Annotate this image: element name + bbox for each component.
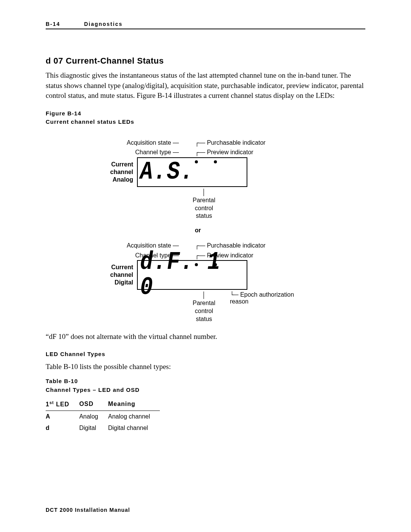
table-row: A Analog Analog channel — [46, 411, 160, 422]
or-separator: or — [91, 227, 304, 234]
side-label-digital: Current channel Digital — [91, 264, 137, 286]
callout-acquisition-state: Acquisition state — [127, 139, 171, 146]
callout-channel-type: Channel type — [135, 149, 171, 155]
col-osd: OSD — [79, 398, 108, 411]
callout-preview: Preview indicator — [207, 149, 253, 155]
table-label: Table B-10 Channel Types – LED and OSD — [46, 377, 365, 394]
table-number: Table B-10 — [46, 378, 78, 384]
figure-diagram: Acquisition state — Channel type — ┌— Pu… — [91, 138, 304, 323]
col-meaning: Meaning — [108, 398, 160, 411]
indicator-dot-icon — [214, 160, 217, 163]
subsection-heading: LED Channel Types — [46, 350, 365, 359]
note-paragraph: “dF 10” does not alternate with the virt… — [46, 332, 365, 342]
callout-purchasable: Purchasable indicator — [207, 139, 266, 146]
section-title: d 07 Current-Channel Status — [46, 56, 365, 66]
footer-text: DCT 2000 Installation Manual — [46, 507, 130, 513]
subsection-intro: Table B-10 lists the possible channel ty… — [46, 362, 365, 372]
side-label-analog: Current channel Analog — [91, 161, 137, 184]
table-caption: Channel Types – LED and OSD — [46, 387, 140, 393]
indicator-dot-icon — [195, 160, 198, 163]
channel-types-table: 1st LED OSD Meaning A Analog Analog chan… — [46, 398, 160, 433]
intro-paragraph: This diagnostic gives the instantaneous … — [46, 70, 365, 101]
figure-caption: Current channel status LEDs — [46, 118, 134, 125]
running-header: B-14 Diagnostics — [46, 21, 365, 29]
callout-epoch: └─ Epoch authorization reason — [227, 290, 304, 323]
led-readout-analog: A.S. — [140, 160, 194, 185]
table-row: d Digital Digital channel — [46, 422, 160, 434]
led-display-digital: d.F. 1 0 — [137, 260, 247, 290]
col-led: 1st LED — [46, 398, 79, 411]
led-readout-digital: d.F. 1 0 — [140, 250, 231, 300]
figure-label: Figure B-14 Current channel status LEDs — [46, 109, 365, 126]
page-number: B-14 — [46, 21, 82, 27]
header-section: Diagnostics — [84, 21, 123, 27]
figure-number: Figure B-14 — [46, 110, 81, 117]
led-display-analog: A.S. — [137, 157, 247, 187]
callout-parental: │ Parental control status — [181, 187, 227, 220]
